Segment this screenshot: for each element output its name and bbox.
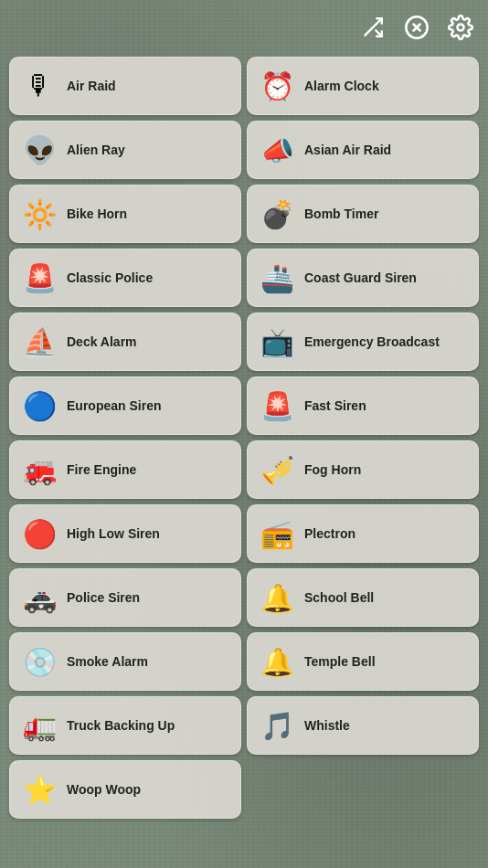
sound-item-plectron[interactable]: 📻Plectron bbox=[247, 504, 479, 563]
sound-item-whistle[interactable]: 🎵Whistle bbox=[247, 696, 479, 755]
settings-button[interactable] bbox=[444, 11, 477, 44]
sound-item-bomb-timer[interactable]: 💣Bomb Timer bbox=[247, 185, 479, 243]
sound-item-coast-guard-siren[interactable]: 🚢Coast Guard Siren bbox=[247, 249, 479, 307]
sound-item-temple-bell[interactable]: 🔔Temple Bell bbox=[247, 632, 479, 691]
sound-icon-police-siren: 🚓 bbox=[19, 577, 59, 618]
sound-item-alarm-clock[interactable]: ⏰Alarm Clock bbox=[247, 57, 479, 115]
sound-label-truck-backing-up: Truck Backing Up bbox=[67, 718, 175, 734]
sound-icon-fog-horn: 🎺 bbox=[257, 450, 297, 490]
sound-item-deck-alarm[interactable]: ⛵Deck Alarm bbox=[9, 312, 241, 371]
sound-label-plectron: Plectron bbox=[304, 526, 355, 542]
sound-item-police-siren[interactable]: 🚓Police Siren bbox=[9, 568, 241, 627]
close-button[interactable] bbox=[400, 11, 433, 44]
sound-item-high-low-siren[interactable]: 🔴High Low Siren bbox=[9, 504, 241, 563]
sound-item-woop-woop[interactable]: ⭐Woop Woop bbox=[9, 760, 241, 819]
sound-item-smoke-alarm[interactable]: 💿Smoke Alarm bbox=[9, 632, 241, 691]
sound-label-fast-siren: Fast Siren bbox=[304, 398, 366, 414]
sound-icon-classic-police: 🚨 bbox=[19, 258, 59, 298]
sound-icon-emergency-broadcast: 📺 bbox=[257, 322, 297, 362]
sound-icon-smoke-alarm: 💿 bbox=[19, 641, 59, 682]
sound-icon-bike-horn: 🔆 bbox=[19, 194, 59, 234]
sound-icon-deck-alarm: ⛵ bbox=[19, 322, 59, 362]
sound-icon-alien-ray: 👽 bbox=[19, 130, 59, 170]
sound-icon-high-low-siren: 🔴 bbox=[19, 513, 59, 554]
sound-label-air-raid: Air Raid bbox=[67, 79, 116, 94]
sound-icon-truck-backing-up: 🚛 bbox=[19, 705, 59, 746]
sound-icon-temple-bell: 🔔 bbox=[257, 641, 297, 682]
sound-label-high-low-siren: High Low Siren bbox=[67, 526, 160, 542]
page-container: 🎙Air Raid⏰Alarm Clock👽Alien Ray📣Asian Ai… bbox=[0, 0, 488, 828]
sound-label-fire-engine: Fire Engine bbox=[67, 462, 136, 478]
sound-icon-bomb-timer: 💣 bbox=[257, 194, 297, 234]
header bbox=[9, 7, 479, 48]
sound-label-bomb-timer: Bomb Timer bbox=[304, 206, 378, 222]
sound-icon-woop-woop: ⭐ bbox=[19, 769, 59, 810]
sound-icon-coast-guard-siren: 🚢 bbox=[257, 258, 297, 298]
svg-point-5 bbox=[458, 25, 464, 31]
sound-icon-alarm-clock: ⏰ bbox=[257, 66, 297, 106]
sound-item-asian-air-raid[interactable]: 📣Asian Air Raid bbox=[247, 121, 479, 179]
sound-icon-european-siren: 🔵 bbox=[19, 386, 59, 426]
header-icons bbox=[356, 11, 477, 44]
sound-label-fog-horn: Fog Horn bbox=[304, 462, 361, 478]
sounds-grid: 🎙Air Raid⏰Alarm Clock👽Alien Ray📣Asian Ai… bbox=[9, 57, 479, 819]
sound-item-fog-horn[interactable]: 🎺Fog Horn bbox=[247, 440, 479, 499]
sound-item-fire-engine[interactable]: 🚒Fire Engine bbox=[9, 440, 241, 499]
sound-item-truck-backing-up[interactable]: 🚛Truck Backing Up bbox=[9, 696, 241, 755]
sound-label-emergency-broadcast: Emergency Broadcast bbox=[304, 334, 440, 350]
sound-label-smoke-alarm: Smoke Alarm bbox=[67, 654, 148, 670]
sound-label-school-bell: School Bell bbox=[304, 590, 374, 606]
sound-item-air-raid[interactable]: 🎙Air Raid bbox=[9, 57, 241, 115]
sound-label-temple-bell: Temple Bell bbox=[304, 654, 376, 670]
sound-item-european-siren[interactable]: 🔵European Siren bbox=[9, 376, 241, 435]
sound-item-fast-siren[interactable]: 🚨Fast Siren bbox=[247, 376, 479, 435]
sound-label-coast-guard-siren: Coast Guard Siren bbox=[304, 270, 417, 286]
sound-icon-plectron: 📻 bbox=[257, 513, 297, 554]
sound-label-european-siren: European Siren bbox=[67, 398, 161, 414]
sound-icon-air-raid: 🎙 bbox=[19, 66, 59, 106]
sound-item-school-bell[interactable]: 🔔School Bell bbox=[247, 568, 479, 627]
sound-label-alarm-clock: Alarm Clock bbox=[304, 79, 379, 94]
sound-item-emergency-broadcast[interactable]: 📺Emergency Broadcast bbox=[247, 312, 479, 371]
sound-label-police-siren: Police Siren bbox=[67, 590, 140, 606]
sound-icon-asian-air-raid: 📣 bbox=[257, 130, 297, 170]
sound-icon-fire-engine: 🚒 bbox=[19, 450, 59, 490]
sound-label-classic-police: Classic Police bbox=[67, 270, 153, 286]
sound-label-alien-ray: Alien Ray bbox=[67, 143, 125, 158]
sound-label-deck-alarm: Deck Alarm bbox=[67, 334, 137, 350]
sound-label-asian-air-raid: Asian Air Raid bbox=[304, 143, 391, 158]
sound-icon-school-bell: 🔔 bbox=[257, 577, 297, 618]
sound-icon-fast-siren: 🚨 bbox=[257, 386, 297, 426]
sound-label-bike-horn: Bike Horn bbox=[67, 206, 127, 222]
sound-item-bike-horn[interactable]: 🔆Bike Horn bbox=[9, 185, 241, 243]
sound-label-whistle: Whistle bbox=[304, 718, 350, 734]
sound-item-alien-ray[interactable]: 👽Alien Ray bbox=[9, 121, 241, 179]
sound-item-classic-police[interactable]: 🚨Classic Police bbox=[9, 249, 241, 307]
shuffle-button[interactable] bbox=[356, 11, 389, 44]
sound-label-woop-woop: Woop Woop bbox=[67, 782, 141, 798]
sound-icon-whistle: 🎵 bbox=[257, 705, 297, 746]
